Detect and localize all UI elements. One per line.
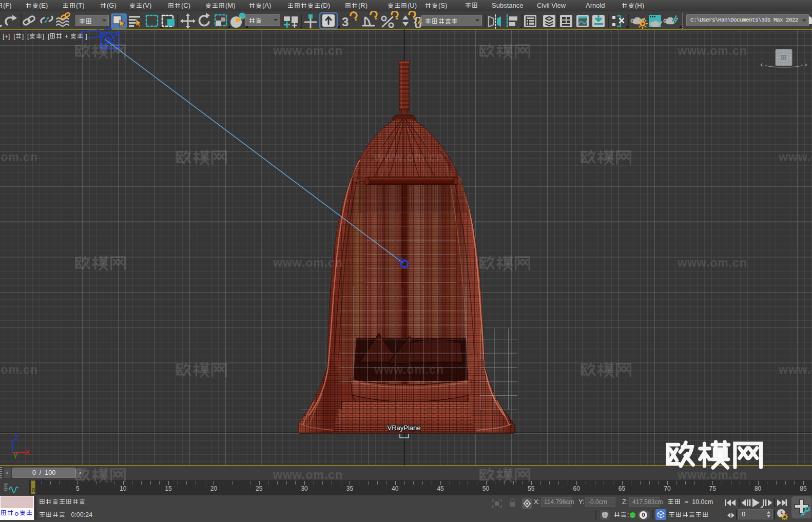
svg-text:X: X <box>26 449 30 456</box>
svg-text:VRayPlane: VRayPlane <box>387 424 420 432</box>
svg-text:3: 3 <box>342 15 349 29</box>
svg-text:y: y <box>14 451 17 458</box>
svg-text:Z: Z <box>14 434 18 441</box>
